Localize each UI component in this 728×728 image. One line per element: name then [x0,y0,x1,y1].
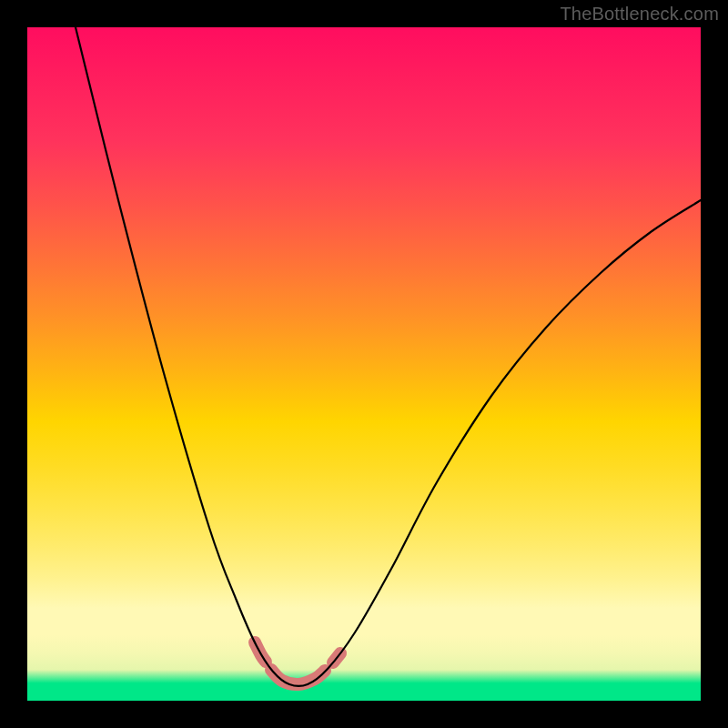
main-curve [76,27,701,686]
chart-frame: TheBottleneck.com [0,0,728,728]
watermark-text: TheBottleneck.com [560,4,719,25]
plot-area [27,27,701,701]
curve-svg [27,27,701,701]
